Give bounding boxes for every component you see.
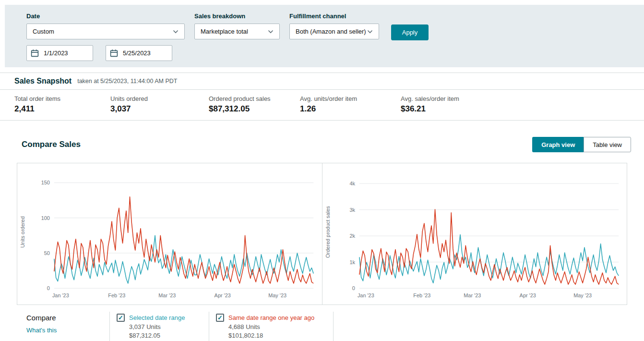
svg-text:Apr '23: Apr '23 xyxy=(519,292,536,298)
graph-view-button[interactable]: Graph view xyxy=(532,137,584,152)
ordered-product-sales-chart: 01k2k3k4kJan '23Feb '23Mar '23Apr '23May… xyxy=(322,163,627,304)
metric-label: Avg. sales/order item xyxy=(401,95,459,102)
apply-button[interactable]: Apply xyxy=(391,24,429,40)
calendar-icon[interactable] xyxy=(31,49,39,57)
snapshot-metrics-row: Total order items 2,411 Units ordered 3,… xyxy=(0,90,644,121)
metric-label: Avg. units/order item xyxy=(300,95,401,102)
sales-breakdown-value: Marketplace total xyxy=(201,28,248,35)
svg-text:4k: 4k xyxy=(349,181,355,186)
fulfillment-channel-select[interactable]: Both (Amazon and seller) xyxy=(289,24,379,39)
sales-breakdown-select[interactable]: Marketplace total xyxy=(194,24,280,39)
legend-item-sales: $87,312.05 xyxy=(129,332,201,339)
svg-text:Jan '23: Jan '23 xyxy=(357,292,374,298)
units-ordered-chart: 050100150Jan '23Feb '23Mar '23Apr '23May… xyxy=(17,163,322,304)
svg-text:0: 0 xyxy=(47,285,50,291)
metric-value: 2,411 xyxy=(14,104,110,114)
legend-item-units: 4,688 Units xyxy=(228,323,325,330)
metric-label: Units ordered xyxy=(110,95,209,102)
snapshot-timestamp: taken at 5/25/2023, 11:44:00 AM PDT xyxy=(77,78,177,85)
legend-item-sales: $101,802.18 xyxy=(228,332,325,339)
chevron-down-icon xyxy=(173,30,179,34)
sales-snapshot-header: Sales Snapshot taken at 5/25/2023, 11:44… xyxy=(0,73,644,90)
whats-this-link[interactable]: What's this xyxy=(26,327,57,334)
legend-item-units: 3,037 Units xyxy=(129,323,201,330)
svg-text:50: 50 xyxy=(44,250,50,256)
metric-avg-sales-per-order: Avg. sales/order item $36.21 xyxy=(401,95,459,114)
metric-value: $87,312.05 xyxy=(209,104,300,114)
table-view-button[interactable]: Table view xyxy=(584,137,631,152)
svg-text:3k: 3k xyxy=(349,207,355,213)
svg-text:May '23: May '23 xyxy=(573,292,592,298)
svg-text:1k: 1k xyxy=(349,259,355,265)
metric-label: Ordered product sales xyxy=(209,95,300,102)
compare-sales-header: Compare Sales Graph view Table view xyxy=(22,137,631,152)
svg-text:Ordered product sales: Ordered product sales xyxy=(325,206,331,258)
svg-text:100: 100 xyxy=(41,215,50,221)
svg-text:2k: 2k xyxy=(349,233,355,239)
calendar-icon[interactable] xyxy=(110,49,118,57)
chevron-down-icon xyxy=(268,30,274,34)
metric-label: Total order items xyxy=(14,95,110,102)
svg-text:Jan '23: Jan '23 xyxy=(52,292,69,298)
svg-text:Feb '23: Feb '23 xyxy=(108,292,125,298)
svg-text:May '23: May '23 xyxy=(268,292,286,298)
svg-text:Feb '23: Feb '23 xyxy=(413,292,430,298)
compare-legend: Compare What's this ✓ Selected date rang… xyxy=(0,312,644,341)
fulfillment-channel-value: Both (Amazon and seller) xyxy=(296,28,366,35)
metric-value: 3,037 xyxy=(110,104,209,114)
metric-units-ordered: Units ordered 3,037 xyxy=(110,95,209,114)
metric-total-order-items: Total order items 2,411 xyxy=(14,95,110,114)
fulfillment-channel-label: Fulfillment channel xyxy=(289,12,379,20)
date-range-select[interactable]: Custom xyxy=(26,24,185,39)
metric-avg-units-per-order: Avg. units/order item 1.26 xyxy=(300,95,401,114)
start-date-input[interactable] xyxy=(26,45,93,61)
end-date-input[interactable] xyxy=(106,45,172,61)
view-toggle: Graph view Table view xyxy=(532,137,631,152)
compare-sales-title: Compare Sales xyxy=(22,140,81,149)
legend-item-label: Same date range one year ago xyxy=(228,314,314,321)
legend-item-year-ago: ✓ Same date range one year ago 4,688 Uni… xyxy=(209,312,334,341)
metric-value: $36.21 xyxy=(401,104,459,114)
legend-title: Compare xyxy=(26,314,109,322)
units-ordered-chart-panel: 050100150Jan '23Feb '23Mar '23Apr '23May… xyxy=(17,163,322,304)
svg-text:150: 150 xyxy=(41,180,50,185)
chevron-down-icon xyxy=(367,30,373,34)
year-ago-checkbox[interactable]: ✓ xyxy=(216,314,224,322)
filter-bar: Date Custom Sales breakdown Marketplace … xyxy=(5,5,644,67)
svg-text:0: 0 xyxy=(352,285,355,291)
date-filter-label: Date xyxy=(26,12,185,20)
svg-text:Mar '23: Mar '23 xyxy=(464,292,481,298)
metric-ordered-product-sales: Ordered product sales $87,312.05 xyxy=(209,95,300,114)
metric-value: 1.26 xyxy=(300,104,401,114)
svg-text:Units ordered: Units ordered xyxy=(20,216,25,247)
charts-container: 050100150Jan '23Feb '23Mar '23Apr '23May… xyxy=(17,163,627,305)
ordered-product-sales-chart-panel: 01k2k3k4kJan '23Feb '23Mar '23Apr '23May… xyxy=(322,163,627,304)
end-date-value[interactable] xyxy=(122,49,165,57)
legend-item-label: Selected date range xyxy=(129,314,185,321)
sales-breakdown-label: Sales breakdown xyxy=(194,12,280,20)
svg-text:Apr '23: Apr '23 xyxy=(215,292,231,298)
legend-item-selected-range: ✓ Selected date range 3,037 Units $87,31… xyxy=(109,312,209,341)
date-range-value: Custom xyxy=(33,28,54,35)
start-date-value[interactable] xyxy=(43,49,86,57)
svg-text:Mar '23: Mar '23 xyxy=(158,292,176,298)
selected-range-checkbox[interactable]: ✓ xyxy=(117,314,125,322)
sales-snapshot-title: Sales Snapshot xyxy=(14,77,72,85)
